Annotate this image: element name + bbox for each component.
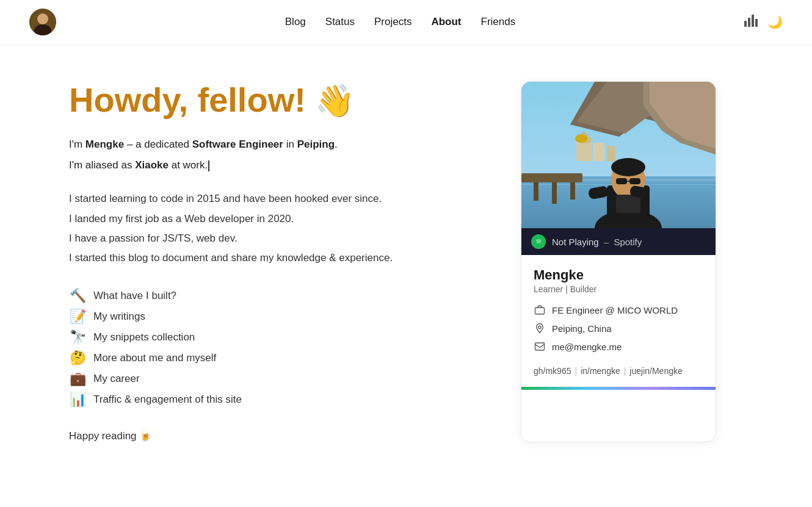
spotify-icon: [531, 234, 546, 249]
story-line-1: I started learning to code in 2015 and h…: [69, 189, 484, 209]
card-subtitle: Learner | Builder: [534, 284, 703, 294]
list-item[interactable]: 🤔 More about me and myself: [69, 350, 484, 366]
left-content: Howdy, fellow! 👋 I'm Mengke – a dedicate…: [69, 81, 484, 442]
job-text: FE Engineer @ MICO WORLD: [552, 305, 678, 315]
site-logo[interactable]: [29, 9, 56, 35]
chart-emoji: 📊: [69, 392, 86, 408]
analytics-icon[interactable]: [744, 15, 758, 30]
author-name: Mengke: [85, 138, 124, 150]
svg-point-1: [37, 13, 48, 24]
spotify-text: Not Playing – Spotify: [552, 237, 642, 247]
navbar: Blog Status Projects About Friends 🌙: [0, 0, 812, 45]
card-bottom-bar: [521, 387, 716, 390]
social-sep-1: |: [575, 366, 577, 376]
list-item[interactable]: 📝 My writings: [69, 309, 484, 325]
svg-rect-6: [755, 19, 758, 27]
happy-reading: Happy reading 🍺: [69, 430, 484, 442]
svg-rect-33: [616, 195, 640, 213]
social-github[interactable]: gh/mk965: [534, 366, 571, 376]
briefcase-icon: [534, 304, 546, 316]
story-line-2: I landed my first job as a Web developer…: [69, 209, 484, 229]
nav-status[interactable]: Status: [325, 16, 355, 28]
main-container: Howdy, fellow! 👋 I'm Mengke – a dedicate…: [40, 45, 772, 467]
svg-rect-31: [629, 178, 640, 184]
svg-rect-17: [607, 146, 615, 161]
social-linkedin[interactable]: in/mengke: [581, 366, 620, 376]
text-cursor: [208, 160, 209, 171]
link-writings[interactable]: My writings: [93, 311, 145, 323]
svg-rect-3: [744, 21, 747, 27]
card-email: me@mengke.me: [534, 340, 703, 353]
card-job: FE Engineer @ MICO WORLD: [534, 304, 703, 316]
pencil-emoji: 📝: [69, 309, 86, 325]
card-location: Peiping, China: [534, 322, 703, 334]
wrench-emoji: 🔨: [69, 288, 86, 304]
author-city: Peiping: [297, 138, 335, 150]
location-icon: [534, 322, 546, 334]
wave-emoji: 👋: [315, 83, 355, 118]
svg-rect-4: [748, 18, 750, 27]
social-juejin[interactable]: juejin/Mengke: [629, 366, 682, 376]
svg-rect-24: [552, 182, 557, 204]
link-career[interactable]: My career: [93, 373, 140, 385]
story-line-3: I have a passion for JS/TS, web dev.: [69, 229, 484, 248]
card-name: Mengke: [534, 267, 703, 283]
author-alias: Xiaoke: [135, 159, 169, 171]
story-text: I started learning to code in 2015 and h…: [69, 189, 484, 268]
svg-rect-16: [593, 143, 604, 161]
list-item[interactable]: 🔭 My snippets collection: [69, 329, 484, 345]
svg-point-18: [575, 134, 587, 143]
svg-point-38: [538, 326, 542, 329]
nav-icons: 🌙: [744, 15, 783, 30]
author-role: Software Engineer: [192, 138, 283, 150]
email-icon: [534, 340, 546, 353]
nav-projects[interactable]: Projects: [374, 16, 411, 28]
svg-rect-37: [535, 307, 545, 314]
nav-blog[interactable]: Blog: [285, 16, 306, 28]
card-social: gh/mk965 | in/mengke | juejin/Mengke: [534, 360, 703, 376]
nav-links: Blog Status Projects About Friends: [285, 16, 515, 28]
hero-title: Howdy, fellow! 👋: [69, 81, 484, 119]
svg-rect-25: [570, 182, 575, 200]
svg-point-36: [535, 238, 542, 245]
svg-point-29: [611, 158, 645, 176]
nav-friends[interactable]: Friends: [481, 16, 516, 28]
social-sep-2: |: [624, 366, 626, 376]
intro-line1: I'm Mengke – a dedicated Software Engine…: [69, 136, 484, 154]
email-text: me@mengke.me: [552, 342, 622, 352]
spotify-bar: Not Playing – Spotify: [521, 228, 716, 255]
list-item[interactable]: 💼 My career: [69, 371, 484, 387]
thinking-emoji: 🤔: [69, 350, 86, 366]
svg-rect-30: [616, 178, 627, 184]
link-built[interactable]: What have I built?: [93, 290, 176, 302]
svg-rect-23: [534, 182, 538, 201]
link-about[interactable]: More about me and myself: [93, 352, 216, 364]
link-snippets[interactable]: My snippets collection: [93, 331, 195, 343]
spotify-dash: –: [604, 237, 609, 247]
profile-photo: [521, 82, 716, 228]
location-text: Peiping, China: [552, 323, 612, 334]
nav-about[interactable]: About: [431, 16, 461, 28]
theme-toggle-icon[interactable]: 🌙: [767, 15, 783, 29]
svg-rect-39: [535, 343, 545, 350]
card-info: Mengke Learner | Builder FE Engineer @ M…: [521, 255, 716, 387]
spotify-service: Spotify: [614, 237, 642, 247]
telescope-emoji: 🔭: [69, 329, 86, 345]
profile-card: Not Playing – Spotify Mengke Learner | B…: [521, 81, 716, 442]
briefcase-emoji: 💼: [69, 371, 86, 387]
list-item[interactable]: 🔨 What have I built?: [69, 288, 484, 304]
links-list: 🔨 What have I built? 📝 My writings 🔭 My …: [69, 288, 484, 408]
link-traffic[interactable]: Traffic & engagement of this site: [93, 394, 242, 406]
spotify-status: Not Playing: [552, 237, 599, 247]
story-line-4: I started this blog to document and shar…: [69, 248, 484, 268]
list-item[interactable]: 📊 Traffic & engagement of this site: [69, 392, 484, 408]
intro-line2: I'm aliased as Xiaoke at work.: [69, 157, 484, 174]
svg-rect-22: [521, 173, 582, 182]
svg-rect-5: [752, 15, 754, 27]
